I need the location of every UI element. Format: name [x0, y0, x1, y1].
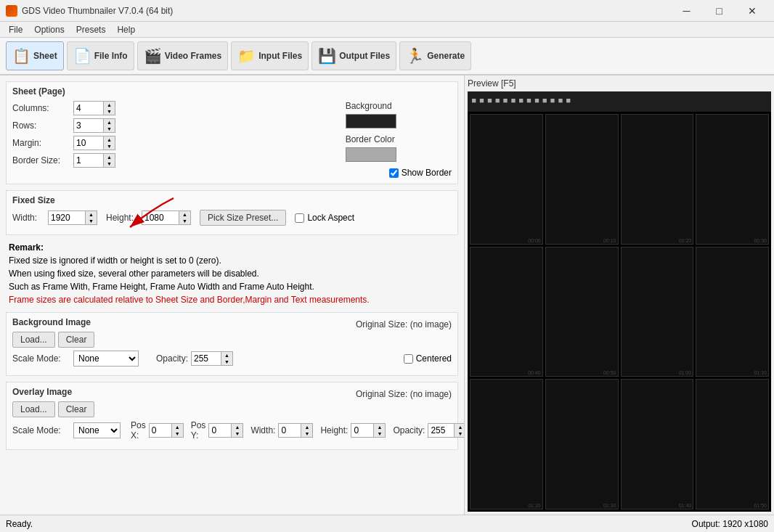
menu-help[interactable]: Help	[111, 23, 141, 36]
thumb-7: 01:00	[621, 247, 694, 377]
overlay-posy-label: Pos Y:	[191, 420, 206, 441]
menu-presets[interactable]: Presets	[70, 23, 112, 36]
menu-file[interactable]: File	[3, 23, 28, 36]
preview-header: Preview [F5]	[468, 78, 771, 89]
overlay-height-label: Height:	[320, 425, 348, 435]
centered-checkbox[interactable]	[404, 354, 413, 364]
fixed-height-down[interactable]: ▼	[179, 218, 190, 224]
bg-opacity-up[interactable]: ▲	[221, 352, 232, 359]
thumb-label-9: 01:20	[528, 503, 541, 508]
overlay-opacity-input[interactable]: 255	[428, 424, 454, 437]
overlay-posx-up[interactable]: ▲	[172, 424, 183, 430]
border-size-input[interactable]: 1	[74, 154, 103, 167]
bg-opacity-spinner[interactable]: 255 ▲ ▼	[191, 351, 233, 366]
minimize-button[interactable]: ─	[670, 0, 703, 22]
margin-up[interactable]: ▲	[104, 136, 115, 143]
thumb-10: 01:30	[545, 379, 619, 510]
tab-videoframes[interactable]: 🎬 Video Frames	[137, 41, 228, 70]
overlay-posy-spinner[interactable]: 0 ▲ ▼	[208, 423, 243, 438]
tab-generate[interactable]: 🏃 Generate	[399, 41, 471, 70]
overlay-opacity-label: Opacity:	[393, 425, 425, 435]
overlay-height-down[interactable]: ▼	[374, 430, 385, 437]
background-image-section: Background Image Original Size: (no imag…	[6, 312, 458, 376]
tab-outputfiles[interactable]: 💾 Output Files	[311, 41, 396, 70]
centered-label[interactable]: Centered	[404, 353, 452, 364]
overlay-load-button[interactable]: Load...	[12, 401, 55, 417]
fixed-width-label: Width:	[12, 213, 45, 223]
right-panel: Preview [F5] ■ ■ ■ ■ ■ ■ ■ ■ ■ ■ ■ ■ ■ 0…	[465, 75, 774, 515]
margin-spinner[interactable]: 10 ▲ ▼	[73, 136, 115, 150]
thumb-label-5: 00:40	[528, 370, 541, 375]
titlebar-title: GDS Video Thumbnailer V7.0.4 (64 bit)	[22, 6, 173, 16]
fixed-height-spinner[interactable]: 1080 ▲ ▼	[142, 210, 191, 225]
thumb-label-7: 01:00	[679, 370, 692, 375]
rows-down[interactable]: ▼	[104, 126, 115, 132]
thumb-label-2: 00:10	[603, 238, 616, 243]
bg-opacity-input[interactable]: 255	[192, 352, 221, 365]
overlay-height-spinner[interactable]: 0 ▲ ▼	[351, 423, 386, 438]
overlay-opacity-up[interactable]: ▲	[455, 424, 465, 430]
border-size-up[interactable]: ▲	[104, 154, 115, 160]
bg-opacity-down[interactable]: ▼	[221, 359, 232, 365]
fixed-width-spinner[interactable]: 1920 ▲ ▼	[48, 210, 97, 225]
sheet-fields-right: Background Border Color Show Border	[346, 101, 452, 178]
pick-size-preset-button[interactable]: Pick Size Preset...	[200, 210, 286, 226]
columns-input[interactable]: 4	[74, 102, 103, 115]
close-button[interactable]: ✕	[736, 0, 768, 22]
overlay-posx-spinner[interactable]: 0 ▲ ▼	[149, 423, 184, 438]
rows-up[interactable]: ▲	[104, 119, 115, 126]
margin-row: Margin: 10 ▲ ▼	[12, 136, 324, 150]
tab-sheet[interactable]: 📋 Sheet	[6, 41, 64, 70]
border-size-spinner[interactable]: 1 ▲ ▼	[73, 153, 115, 168]
show-border-checkbox[interactable]	[389, 168, 399, 178]
fixed-width-down[interactable]: ▼	[86, 218, 97, 224]
overlay-opacity-down[interactable]: ▼	[455, 430, 465, 437]
fixed-height-input[interactable]: 1080	[142, 211, 179, 224]
overlay-posx-down[interactable]: ▼	[172, 430, 183, 437]
background-color-swatch[interactable]	[346, 114, 396, 128]
rows-spinner[interactable]: 3 ▲ ▼	[73, 118, 115, 133]
overlay-height-input[interactable]: 0	[351, 424, 373, 437]
overlay-posy-down[interactable]: ▼	[232, 430, 243, 437]
lock-aspect-label[interactable]: Lock Aspect	[295, 213, 354, 223]
columns-spinner[interactable]: 4 ▲ ▼	[73, 101, 115, 115]
columns-down[interactable]: ▼	[104, 108, 115, 115]
rows-input[interactable]: 3	[74, 119, 103, 132]
overlay-posx-label: Pos X:	[131, 420, 146, 441]
remark-line-1: Fixed size is ignored if width or height…	[9, 254, 455, 267]
overlay-width-down[interactable]: ▼	[301, 430, 312, 437]
overlay-width-input[interactable]: 0	[279, 424, 301, 437]
lock-aspect-checkbox[interactable]	[295, 213, 304, 223]
overlay-width-spinner[interactable]: 0 ▲ ▼	[278, 423, 313, 438]
fixed-height-up[interactable]: ▲	[179, 211, 190, 218]
centered-text: Centered	[416, 353, 452, 364]
bg-scale-select[interactable]: None Stretch Fit Fill	[73, 351, 139, 367]
border-size-down[interactable]: ▼	[104, 160, 115, 167]
fixed-width-input[interactable]: 1920	[49, 211, 85, 224]
bg-scale-row: Scale Mode: None Stretch Fit Fill Opacit…	[12, 351, 452, 367]
columns-up[interactable]: ▲	[104, 102, 115, 108]
maximize-button[interactable]: □	[703, 0, 736, 22]
overlay-posy-up[interactable]: ▲	[232, 424, 243, 430]
thumb-9: 01:20	[470, 379, 543, 510]
menu-options[interactable]: Options	[28, 23, 70, 36]
margin-down[interactable]: ▼	[104, 143, 115, 150]
overlay-width-up[interactable]: ▲	[301, 424, 312, 430]
overlay-scale-select[interactable]: None Stretch Fit Fill	[73, 422, 121, 438]
tab-fileinfo[interactable]: 📄 File Info	[67, 41, 134, 70]
overlay-opacity-arrows: ▲ ▼	[454, 424, 465, 437]
overlay-height-up[interactable]: ▲	[374, 424, 385, 430]
overlay-opacity-spinner[interactable]: 255 ▲ ▼	[428, 423, 465, 438]
tab-inputfiles[interactable]: 📁 Input Files	[231, 41, 309, 70]
show-border-label[interactable]: Show Border	[389, 168, 452, 178]
bg-load-button[interactable]: Load...	[12, 332, 55, 348]
overlay-posy-input[interactable]: 0	[209, 424, 231, 437]
margin-input[interactable]: 10	[74, 136, 103, 150]
fixed-width-up[interactable]: ▲	[86, 211, 97, 218]
overlay-posx-input[interactable]: 0	[150, 424, 171, 437]
bg-clear-button[interactable]: Clear	[58, 332, 95, 348]
generate-icon: 🏃	[406, 47, 424, 65]
border-color-swatch[interactable]	[346, 147, 396, 162]
remark-title: Remark:	[9, 241, 455, 254]
overlay-clear-button[interactable]: Clear	[58, 401, 95, 417]
